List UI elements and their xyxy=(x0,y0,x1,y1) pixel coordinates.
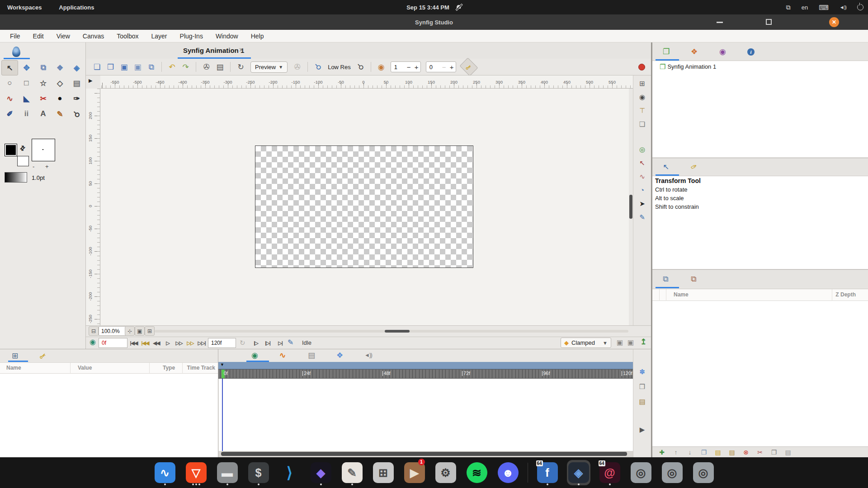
toggle-background-icon[interactable]: ❏ xyxy=(637,120,647,128)
dock-text-editor[interactable]: ✎ xyxy=(340,460,364,485)
seek-end-button[interactable]: ▷▷| xyxy=(196,339,207,347)
toggle-tangent-handles-icon[interactable]: ∿ xyxy=(637,172,647,181)
delete-layer-button[interactable]: ⊗ xyxy=(742,448,750,456)
menu-help[interactable]: Help xyxy=(245,33,270,40)
bound-end-button[interactable]: ▷| xyxy=(275,339,286,347)
open-button[interactable]: ❒ xyxy=(105,61,116,73)
menu-layer[interactable]: Layer xyxy=(145,33,174,40)
tab-navigator[interactable]: ◉ xyxy=(719,48,726,56)
dock-distrobox-fedora[interactable]: f64 xyxy=(536,460,559,485)
generate-icon[interactable]: ❒ xyxy=(637,382,647,391)
zoom-quality2-icon[interactable]: ⚲ xyxy=(352,59,368,75)
tab-layers[interactable]: ⧉ xyxy=(663,275,668,283)
record-indicator[interactable] xyxy=(638,64,645,70)
spline-tool[interactable]: ∿ xyxy=(1,91,18,106)
rectangle-tool[interactable]: □ xyxy=(18,75,35,91)
dock-distrobox-debian[interactable]: @64 xyxy=(598,460,622,485)
width-tool[interactable]: ● xyxy=(52,91,68,106)
library-icon[interactable]: ▤ xyxy=(637,397,647,406)
preview-dropdown[interactable]: Preview ▼ xyxy=(250,61,288,73)
spin-minus[interactable]: − xyxy=(440,63,448,71)
loop-button[interactable]: ↻ xyxy=(240,339,245,346)
toggle-guides-icon[interactable]: ⊤ xyxy=(637,106,647,115)
toggle-position-handles-icon[interactable]: ◎ xyxy=(637,145,647,154)
bound-start-button[interactable]: |▷ xyxy=(250,339,261,347)
undo-button[interactable]: ↶ xyxy=(166,61,178,73)
render-progress-icon[interactable]: ◉ xyxy=(90,338,96,346)
zoom-level-field[interactable]: 100.0% xyxy=(99,326,126,336)
tray-icon[interactable]: ⧉ xyxy=(786,4,791,10)
toggle-grid-snap-icon[interactable]: ◉ xyxy=(637,93,647,101)
dock-discord[interactable]: ☻ xyxy=(496,460,520,485)
interpolation-dropdown[interactable]: ◆ Clamped ▼ xyxy=(561,338,611,348)
sound-window-icon[interactable]: ▣ xyxy=(627,339,634,346)
duplicate-layer-button[interactable]: ❐ xyxy=(700,448,708,456)
fit-canvas-button[interactable]: ⊟ xyxy=(89,326,99,336)
smooth-move-tool[interactable]: ✥ xyxy=(18,60,35,75)
dock-calculator[interactable]: ⊞ xyxy=(372,460,395,485)
fill-tool[interactable]: ◣ xyxy=(18,91,35,106)
toggle-vertex-handles-icon[interactable]: ↖ xyxy=(637,159,647,167)
lock-keyframes-icon[interactable]: ✽ xyxy=(637,367,647,376)
brush-size-minus[interactable]: - xyxy=(33,163,34,170)
toggle-width-handles-icon[interactable]: ➤ xyxy=(637,199,647,208)
save-all-button[interactable]: ⧉ xyxy=(146,61,157,73)
tab-tool-options[interactable]: ↖ xyxy=(663,163,669,171)
cut-button[interactable]: ✂ xyxy=(756,448,764,456)
col-timetrack[interactable]: Time Track xyxy=(187,365,215,371)
timetrack-band[interactable] xyxy=(218,362,633,369)
dock-brave-browser[interactable]: ▽ xyxy=(184,460,208,485)
tab-tag[interactable]: ❖ xyxy=(336,352,343,359)
tab-palette[interactable]: ❖ xyxy=(691,48,698,56)
mirror-tool[interactable]: ⧉ xyxy=(35,60,52,75)
col-type[interactable]: Type xyxy=(163,365,175,371)
zoom-tool[interactable]: ⚲ xyxy=(68,106,85,122)
minimize-button[interactable] xyxy=(717,22,723,23)
dock-obsidian[interactable]: ◆ xyxy=(309,460,333,485)
seek-next-frame-button[interactable]: ▷▷ xyxy=(174,339,184,347)
seek-begin-button[interactable]: |◀◀ xyxy=(128,339,139,347)
menu-canvas[interactable]: Canvas xyxy=(76,33,110,40)
new-layer-button[interactable]: ✚ xyxy=(658,448,666,456)
synfig-logo-icon[interactable] xyxy=(12,47,20,57)
save-button[interactable]: ▣ xyxy=(118,61,130,73)
canvas-hscrollbar-thumb[interactable] xyxy=(385,330,410,333)
dock-files[interactable]: ▬ xyxy=(216,460,239,485)
power-icon[interactable] xyxy=(857,4,863,10)
render-button[interactable]: ✇ xyxy=(201,61,212,73)
close-button[interactable]: ✕ xyxy=(829,17,839,27)
tab-layers-depth[interactable]: ⧉ xyxy=(691,275,696,283)
scale-tool[interactable]: ❖ xyxy=(52,60,68,75)
animate-mode-icon[interactable]: ✎ xyxy=(288,339,293,346)
ruler-corner-icon[interactable]: ▶ xyxy=(89,78,92,84)
zoom-100-button[interactable]: ▣ xyxy=(135,326,145,336)
dock-container-2[interactable]: ◎ xyxy=(660,460,684,485)
end-time-field[interactable]: 120f xyxy=(208,338,236,348)
outline-color-swatch[interactable] xyxy=(17,156,29,166)
sketch-tool[interactable]: ii xyxy=(18,106,35,122)
canvas-tab[interactable]: Synfig Animation 1 xyxy=(183,47,244,54)
spin-minus[interactable]: − xyxy=(405,63,413,71)
draw-tool[interactable]: ✎ xyxy=(52,106,68,122)
canvas-tree-item[interactable]: ❐ Synfig Animation 1 xyxy=(660,63,716,70)
spin-plus[interactable]: + xyxy=(448,63,456,71)
dock-spotify[interactable]: ≋ xyxy=(465,460,489,485)
keyboard-layout[interactable]: en xyxy=(802,4,808,11)
dock-container-3[interactable]: ◎ xyxy=(692,460,715,485)
time-cursor-marker-icon[interactable]: ▼ xyxy=(220,362,224,367)
preview-window-icon[interactable]: ▣ xyxy=(617,339,623,346)
timetrack-hscrollbar-thumb[interactable] xyxy=(221,452,627,456)
group-layer-button[interactable]: ▤ xyxy=(714,448,722,456)
dock-synfig-studio[interactable]: ◈ xyxy=(567,460,590,485)
polygon-tool[interactable]: ◇ xyxy=(52,75,68,91)
current-time-field[interactable]: 0f xyxy=(99,338,127,348)
maximize-button[interactable] xyxy=(766,19,772,25)
layers-body[interactable] xyxy=(652,301,868,446)
toggle-grid-icon[interactable]: ⊞ xyxy=(637,79,647,88)
eyedrop-tool[interactable]: ✐ xyxy=(1,106,18,122)
seek-prev-frame-button[interactable]: ◀◀ xyxy=(151,339,162,347)
menu-window[interactable]: Window xyxy=(209,33,245,40)
dock-settings[interactable]: ⚙ xyxy=(434,460,458,485)
time-cursor-line[interactable] xyxy=(222,379,223,451)
paste-button[interactable]: ▤ xyxy=(784,448,792,456)
